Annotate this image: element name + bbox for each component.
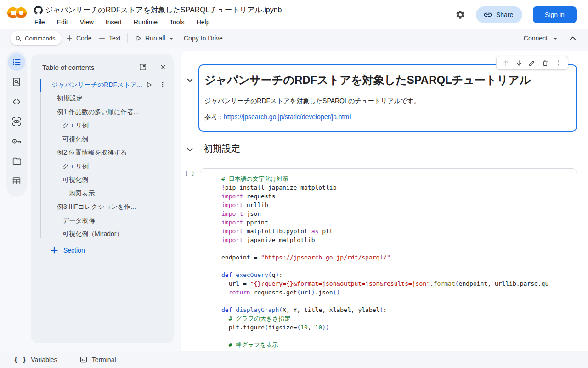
- close-icon[interactable]: [158, 63, 168, 72]
- gear-icon[interactable]: [455, 10, 465, 20]
- toc-item[interactable]: 例3:IIIFコレクションを作...: [31, 201, 174, 214]
- toolbar: Commands Code Text Run all Copy to Drive…: [0, 29, 588, 48]
- add-section-button[interactable]: Section: [51, 247, 85, 254]
- code-line: url = "{}?query={}&format=json&output=js…: [221, 279, 576, 288]
- commands-button[interactable]: Commands: [10, 31, 62, 45]
- trash-icon[interactable]: [542, 59, 549, 67]
- sidebar-item-scan[interactable]: [6, 111, 27, 131]
- arrow-up-icon[interactable]: [502, 59, 509, 67]
- toc-item-label: 可視化例: [62, 135, 88, 144]
- toc-item-label: クエリ例: [62, 162, 89, 171]
- add-text-button[interactable]: Text: [98, 29, 121, 48]
- share-label: Share: [496, 11, 513, 18]
- colab-logo[interactable]: [7, 6, 27, 20]
- toc-item-label: 例1:作品数の多い順に作者...: [57, 108, 139, 116]
- code-line: [221, 244, 576, 253]
- connect-button[interactable]: Connect: [524, 34, 548, 42]
- search-icon: [15, 35, 22, 42]
- braces-icon: { }: [14, 356, 27, 363]
- code-lines[interactable]: # 日本語の文字化け対策!pip install japanize-matplo…: [221, 174, 576, 349]
- key-icon: [11, 136, 22, 146]
- toc-item-label: データ取得: [62, 217, 95, 225]
- terminal-button[interactable]: Terminal: [79, 356, 116, 364]
- share-button[interactable]: Share: [476, 6, 522, 23]
- run-all-dropdown-caret-icon[interactable]: [169, 36, 174, 41]
- menu-item-runtime[interactable]: Runtime: [134, 18, 158, 26]
- code-line: !pip install japanize-matplotlib: [221, 183, 576, 192]
- colab-app: ジャパンサーチのRDFストアを対象したSPARQLチュートリアル.ipynb F…: [0, 0, 588, 368]
- add-code-button[interactable]: Code: [65, 29, 91, 48]
- pencil-icon[interactable]: [528, 59, 536, 67]
- collapse-header-chevron-icon[interactable]: [570, 35, 576, 41]
- sidebar-item-files[interactable]: [6, 151, 27, 171]
- toolbar-divider: [127, 33, 128, 43]
- find-in-doc-icon: [11, 77, 22, 87]
- toc-item[interactable]: データ取得: [31, 214, 174, 228]
- menu-item-view[interactable]: View: [80, 18, 94, 26]
- code-line: # 日本語の文字化け対策: [221, 174, 576, 183]
- toc-item[interactable]: 地図表示: [31, 187, 174, 201]
- kebab-icon[interactable]: [555, 59, 562, 67]
- sign-in-button[interactable]: Sign in: [533, 6, 577, 23]
- reference-link[interactable]: https://jpsearch.go.jp/static/developer/…: [224, 113, 351, 121]
- variables-button[interactable]: { } Variables: [14, 356, 57, 363]
- copy-to-drive-button[interactable]: Copy to Drive: [184, 29, 223, 48]
- sidebar-item-table-of-contents[interactable]: [6, 52, 27, 72]
- run-section-icon[interactable]: [145, 81, 153, 89]
- terminal-label: Terminal: [92, 356, 116, 363]
- toc-icon: [11, 57, 22, 67]
- menu-item-edit[interactable]: Edit: [57, 18, 68, 26]
- code-cell[interactable]: # 日本語の文字化け対策!pip install japanize-matplo…: [200, 168, 577, 351]
- sidebar-item-data-table[interactable]: [6, 171, 27, 190]
- sidebar-item-code-snippets[interactable]: [6, 92, 27, 111]
- code-line: # グラフの大きさ指定: [221, 314, 576, 323]
- folder-icon: [11, 156, 22, 166]
- arrow-down-icon[interactable]: [515, 59, 523, 67]
- collapse-section-chevron-icon[interactable]: [187, 146, 193, 153]
- toc-item[interactable]: 例1:作品数の多い順に作者...: [31, 105, 174, 119]
- table-grid-icon: [11, 176, 22, 186]
- toc-item-label: 地図表示: [69, 190, 95, 198]
- commands-label: Commands: [25, 35, 55, 42]
- code-line: def execQuery(q):: [221, 270, 576, 279]
- code-line: [221, 332, 576, 340]
- collapse-markdown-chevron-icon[interactable]: [187, 77, 193, 84]
- run-all-button[interactable]: Run all: [134, 29, 165, 48]
- section-heading: 初期設定: [204, 143, 240, 155]
- toc-item[interactable]: クエリ例: [31, 160, 174, 173]
- sidebar-item-find-replace[interactable]: [6, 72, 27, 92]
- toc-item[interactable]: 可視化例: [31, 132, 174, 146]
- connect-dropdown-caret-icon[interactable]: [553, 36, 558, 41]
- github-icon: [34, 6, 43, 15]
- toc-item[interactable]: 可視化例: [31, 173, 174, 187]
- toc-item[interactable]: 例2:位置情報を取得する: [31, 146, 174, 160]
- code-line: import json: [221, 209, 576, 218]
- markdown-paragraph: ジャパンサーチのRDFストアを対象したSPARQLのチュートリアルです。: [204, 97, 567, 105]
- reference-prefix: 参考：: [204, 113, 224, 121]
- add-section-label: Section: [63, 247, 85, 254]
- menu-item-insert[interactable]: Insert: [106, 18, 122, 26]
- toc-list: ジャパンサーチのRDFストア...初期設定例1:作品数の多い順に作者...クエリ…: [31, 78, 174, 241]
- menu-item-file[interactable]: File: [34, 18, 45, 26]
- copy-to-drive-label: Copy to Drive: [184, 34, 223, 42]
- code-line: import matplotlib.pyplot as plt: [221, 227, 576, 236]
- code-line: import urllib: [221, 201, 576, 209]
- open-in-window-icon[interactable]: [138, 63, 147, 72]
- toc-item[interactable]: 可視化例（Mirador）: [31, 228, 174, 242]
- code-line: def displayGraph(X, Y, title, xlabel, yl…: [221, 305, 576, 314]
- eye-scan-icon: [11, 116, 22, 126]
- markdown-cell[interactable]: ジャパンサーチのRDFストアを対象したSPARQLチュートリアル ジャパンサーチ…: [198, 64, 577, 132]
- menu-item-help[interactable]: Help: [197, 18, 210, 26]
- execution-indicator[interactable]: [ ]: [185, 170, 195, 177]
- menu-item-tools[interactable]: Tools: [170, 18, 185, 26]
- notebook-title[interactable]: ジャパンサーチのRDFストアを対象したSPARQLチュートリアル.ipynb: [45, 6, 282, 15]
- code-line: import pprint: [221, 218, 576, 227]
- run-all-label: Run all: [145, 34, 165, 42]
- sidebar-item-secrets[interactable]: [6, 131, 27, 151]
- kebab-icon[interactable]: [159, 81, 166, 88]
- toc-item[interactable]: 初期設定: [31, 92, 174, 106]
- code-line: [221, 262, 576, 270]
- toc-item[interactable]: クエリ例: [31, 119, 174, 133]
- terminal-icon: [79, 356, 88, 364]
- run-icon: [134, 34, 142, 42]
